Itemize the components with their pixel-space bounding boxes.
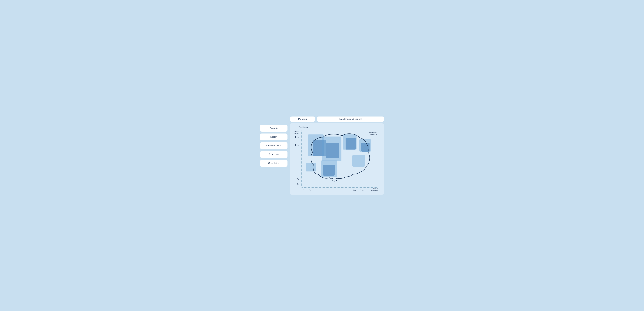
chart-wrapper: SystemFeatures R 150 R 100 ... ... ... R… (292, 129, 381, 192)
y-label-dots1: ... (298, 154, 299, 156)
x-label-t1: -T 1 (303, 189, 305, 191)
top-header: Planning Monitoring and Control (260, 117, 384, 122)
possible-conditions-label: PossibleConditions (371, 188, 378, 192)
x-label-dots3: ... (340, 190, 341, 191)
test-library-label: Test Library (299, 126, 381, 128)
planning-header[interactable]: Planning (290, 117, 315, 122)
y-label-r1: R 1 (297, 183, 299, 185)
y-label-dots3: ... (298, 169, 299, 171)
sidebar: Analysis Design Implementation Execution… (260, 123, 288, 195)
chart-inner: ProductionScenarios (300, 129, 381, 192)
block-10 (361, 143, 370, 152)
y-axis: SystemFeatures R 150 R 100 ... ... ... R… (292, 129, 300, 192)
block-12 (306, 163, 316, 171)
x-label-t2: -T 2 (308, 189, 311, 191)
main-container: Planning Monitoring and Control Analysis… (256, 113, 388, 198)
sidebar-item-completion[interactable]: Completion (260, 160, 288, 167)
block-11 (352, 155, 365, 167)
y-label-r100: R 100 (295, 144, 299, 146)
production-scenarios-label: ProductionScenarios (369, 131, 377, 136)
x-label-t100: -T 100 (352, 189, 356, 191)
sidebar-item-implementation[interactable]: Implementation (260, 142, 288, 149)
block-8 (346, 138, 356, 150)
monitoring-header[interactable]: Monitoring and Control (317, 117, 384, 122)
x-label-t150: -T 150 (360, 189, 364, 191)
y-label-r2: R 2 (297, 178, 299, 180)
main-content: Analysis Design Implementation Execution… (260, 123, 384, 195)
sidebar-item-execution[interactable]: Execution (260, 151, 288, 158)
y-label-r150: R 150 (295, 136, 299, 138)
y-axis-title: SystemFeatures (293, 130, 299, 134)
sidebar-item-design[interactable]: Design (260, 134, 288, 140)
diagram-area: Test Library SystemFeatures R 150 R 100 … (290, 123, 384, 195)
block-4 (326, 143, 340, 158)
block-6 (323, 165, 334, 176)
sidebar-item-analysis[interactable]: Analysis (260, 125, 288, 132)
x-label-dots2: ... (332, 190, 333, 191)
y-label-dots2: ... (298, 162, 299, 164)
x-label-dots1: ... (324, 190, 325, 191)
